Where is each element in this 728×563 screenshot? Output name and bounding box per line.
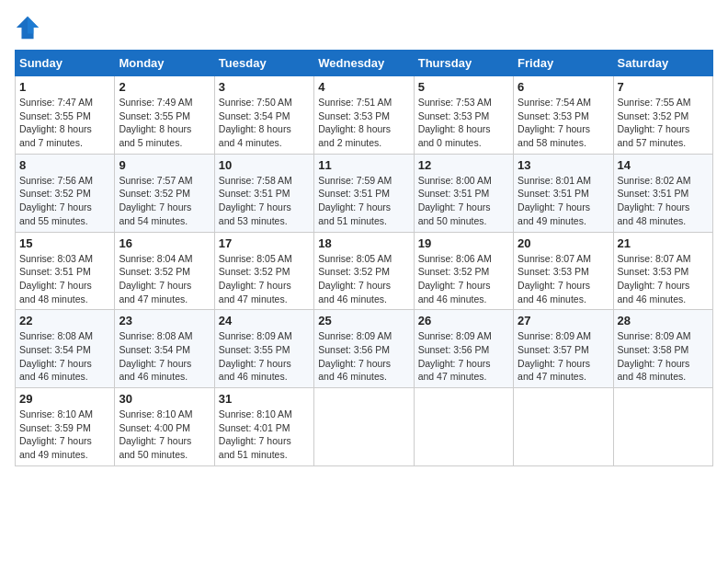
calendar-header-tuesday: Tuesday [214,51,313,76]
day-number: 21 [618,236,709,250]
calendar-day-11: 11Sunrise: 7:59 AM Sunset: 3:51 PM Dayli… [314,154,414,232]
day-number: 1 [19,80,110,94]
day-number: 13 [518,158,609,172]
day-info: Sunrise: 8:06 AM Sunset: 3:52 PM Dayligh… [418,252,509,306]
day-number: 20 [518,236,609,250]
day-info: Sunrise: 8:07 AM Sunset: 3:53 PM Dayligh… [618,252,709,306]
calendar-day-27: 27Sunrise: 8:09 AM Sunset: 3:57 PM Dayli… [514,310,613,388]
day-number: 5 [418,80,509,94]
day-number: 29 [19,392,110,406]
calendar-day-14: 14Sunrise: 8:02 AM Sunset: 3:51 PM Dayli… [613,154,712,232]
day-info: Sunrise: 7:56 AM Sunset: 3:52 PM Dayligh… [19,174,110,228]
day-info: Sunrise: 8:09 AM Sunset: 3:55 PM Dayligh… [219,329,310,384]
calendar-day-12: 12Sunrise: 8:00 AM Sunset: 3:51 PM Dayli… [414,154,513,232]
calendar-day-7: 7Sunrise: 7:55 AM Sunset: 3:52 PM Daylig… [613,76,712,155]
day-info: Sunrise: 8:04 AM Sunset: 3:52 PM Dayligh… [119,252,210,306]
day-info: Sunrise: 7:58 AM Sunset: 3:51 PM Dayligh… [219,174,310,228]
day-info: Sunrise: 7:51 AM Sunset: 3:53 PM Dayligh… [318,96,409,150]
day-info: Sunrise: 8:09 AM Sunset: 3:56 PM Dayligh… [318,329,409,384]
day-info: Sunrise: 8:09 AM Sunset: 3:58 PM Dayligh… [618,329,709,384]
calendar-day-22: 22Sunrise: 8:08 AM Sunset: 3:54 PM Dayli… [16,310,115,388]
day-info: Sunrise: 8:09 AM Sunset: 3:56 PM Dayligh… [418,329,509,384]
empty-cell [613,388,712,466]
day-number: 15 [19,236,110,250]
day-number: 24 [219,314,310,327]
day-number: 25 [318,314,409,327]
logo [15,15,42,40]
day-info: Sunrise: 8:03 AM Sunset: 3:51 PM Dayligh… [19,252,110,306]
calendar-day-17: 17Sunrise: 8:05 AM Sunset: 3:52 PM Dayli… [214,232,313,310]
day-info: Sunrise: 7:54 AM Sunset: 3:53 PM Dayligh… [518,96,609,150]
calendar-day-5: 5Sunrise: 7:53 AM Sunset: 3:53 PM Daylig… [414,76,513,155]
calendar-week-1: 1Sunrise: 7:47 AM Sunset: 3:55 PM Daylig… [16,76,713,155]
day-number: 30 [119,392,210,406]
svg-marker-1 [28,17,39,34]
day-info: Sunrise: 8:10 AM Sunset: 3:59 PM Dayligh… [19,408,110,462]
day-number: 18 [318,236,409,250]
day-number: 17 [219,236,310,250]
calendar-header-row: SundayMondayTuesdayWednesdayThursdayFrid… [16,51,713,76]
calendar-day-9: 9Sunrise: 7:57 AM Sunset: 3:52 PM Daylig… [115,154,214,232]
empty-cell [414,388,513,466]
day-info: Sunrise: 8:01 AM Sunset: 3:51 PM Dayligh… [518,174,609,228]
day-info: Sunrise: 7:55 AM Sunset: 3:52 PM Dayligh… [618,96,709,150]
calendar-day-23: 23Sunrise: 8:08 AM Sunset: 3:54 PM Dayli… [115,310,214,388]
day-info: Sunrise: 8:07 AM Sunset: 3:53 PM Dayligh… [518,252,609,306]
calendar-day-13: 13Sunrise: 8:01 AM Sunset: 3:51 PM Dayli… [514,154,613,232]
calendar-day-16: 16Sunrise: 8:04 AM Sunset: 3:52 PM Dayli… [115,232,214,310]
calendar-week-2: 8Sunrise: 7:56 AM Sunset: 3:52 PM Daylig… [16,154,713,232]
calendar-day-20: 20Sunrise: 8:07 AM Sunset: 3:53 PM Dayli… [514,232,613,310]
day-info: Sunrise: 7:47 AM Sunset: 3:55 PM Dayligh… [19,96,110,150]
day-number: 9 [119,158,210,172]
calendar-day-29: 29Sunrise: 8:10 AM Sunset: 3:59 PM Dayli… [16,388,115,466]
calendar-header-friday: Friday [514,51,613,76]
day-number: 22 [19,314,110,327]
day-info: Sunrise: 8:08 AM Sunset: 3:54 PM Dayligh… [19,329,110,384]
day-number: 19 [418,236,509,250]
calendar-day-18: 18Sunrise: 8:05 AM Sunset: 3:52 PM Dayli… [314,232,414,310]
day-number: 7 [618,80,709,94]
calendar-day-6: 6Sunrise: 7:54 AM Sunset: 3:53 PM Daylig… [514,76,613,155]
day-info: Sunrise: 8:02 AM Sunset: 3:51 PM Dayligh… [618,174,709,228]
calendar-day-19: 19Sunrise: 8:06 AM Sunset: 3:52 PM Dayli… [414,232,513,310]
calendar-week-5: 29Sunrise: 8:10 AM Sunset: 3:59 PM Dayli… [16,388,713,466]
logo-icon [15,15,40,40]
page-header [15,15,713,40]
day-info: Sunrise: 8:00 AM Sunset: 3:51 PM Dayligh… [418,174,509,228]
day-number: 2 [119,80,210,94]
calendar-day-26: 26Sunrise: 8:09 AM Sunset: 3:56 PM Dayli… [414,310,513,388]
day-info: Sunrise: 7:49 AM Sunset: 3:55 PM Dayligh… [119,96,210,150]
calendar-header-monday: Monday [115,51,214,76]
calendar-day-10: 10Sunrise: 7:58 AM Sunset: 3:51 PM Dayli… [214,154,313,232]
day-info: Sunrise: 7:57 AM Sunset: 3:52 PM Dayligh… [119,174,210,228]
day-info: Sunrise: 8:08 AM Sunset: 3:54 PM Dayligh… [119,329,210,384]
day-info: Sunrise: 7:59 AM Sunset: 3:51 PM Dayligh… [318,174,409,228]
day-number: 12 [418,158,509,172]
day-number: 14 [618,158,709,172]
day-number: 8 [19,158,110,172]
calendar-week-3: 15Sunrise: 8:03 AM Sunset: 3:51 PM Dayli… [16,232,713,310]
day-info: Sunrise: 8:09 AM Sunset: 3:57 PM Dayligh… [518,329,609,384]
day-number: 16 [119,236,210,250]
day-info: Sunrise: 8:05 AM Sunset: 3:52 PM Dayligh… [219,252,310,306]
day-number: 26 [418,314,509,327]
day-number: 4 [318,80,409,94]
calendar-day-2: 2Sunrise: 7:49 AM Sunset: 3:55 PM Daylig… [115,76,214,155]
day-info: Sunrise: 8:05 AM Sunset: 3:52 PM Dayligh… [318,252,409,306]
calendar-day-1: 1Sunrise: 7:47 AM Sunset: 3:55 PM Daylig… [16,76,115,155]
calendar-header-thursday: Thursday [414,51,513,76]
day-number: 28 [618,314,709,327]
day-info: Sunrise: 7:50 AM Sunset: 3:54 PM Dayligh… [219,96,310,150]
day-info: Sunrise: 8:10 AM Sunset: 4:01 PM Dayligh… [219,408,310,462]
day-number: 23 [119,314,210,327]
calendar-day-28: 28Sunrise: 8:09 AM Sunset: 3:58 PM Dayli… [613,310,712,388]
calendar-day-31: 31Sunrise: 8:10 AM Sunset: 4:01 PM Dayli… [214,388,313,466]
day-number: 10 [219,158,310,172]
day-info: Sunrise: 8:10 AM Sunset: 4:00 PM Dayligh… [119,408,210,462]
calendar-header-saturday: Saturday [613,51,712,76]
calendar-table: SundayMondayTuesdayWednesdayThursdayFrid… [15,50,713,466]
calendar-header-sunday: Sunday [16,51,115,76]
calendar-day-15: 15Sunrise: 8:03 AM Sunset: 3:51 PM Dayli… [16,232,115,310]
day-number: 27 [518,314,609,327]
day-number: 3 [219,80,310,94]
